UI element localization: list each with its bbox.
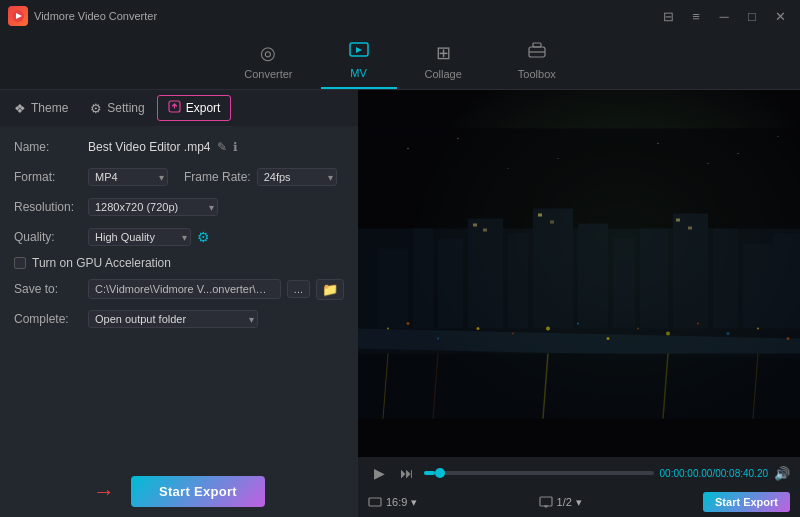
svg-rect-43 [358, 354, 800, 419]
svg-rect-13 [508, 234, 528, 329]
svg-rect-9 [378, 249, 408, 329]
screen-arrow: ▾ [576, 496, 582, 509]
tab-converter[interactable]: ◎ Converter [216, 32, 320, 89]
gpu-row: Turn on GPU Acceleration [14, 256, 344, 270]
messages-btn[interactable]: ⊟ [656, 6, 680, 26]
svg-rect-19 [713, 229, 738, 329]
tab-mv[interactable]: MV [321, 32, 397, 89]
frame-rate-select[interactable]: 24fps 25fps 30fps [257, 168, 337, 186]
svg-point-51 [558, 158, 559, 159]
collage-label: Collage [425, 68, 462, 80]
right-panel: ▶ ⏭ 00:00:00.00/00:08:40.20 🔊 16:9 ▾ [358, 90, 800, 517]
start-export-area: → Start Export [0, 462, 358, 517]
svg-rect-11 [438, 239, 463, 329]
content-area: ❖ Theme ⚙ Setting Export Nam [0, 90, 800, 517]
quality-select-wrap[interactable]: High Quality Medium Quality [88, 228, 191, 246]
theme-label: Theme [31, 101, 68, 115]
main-tabs: ◎ Converter MV ⊞ Collage Toolbox [0, 32, 800, 90]
svg-rect-12 [468, 219, 503, 329]
svg-rect-17 [640, 229, 668, 329]
time-display: 00:00:00.00/00:08:40.20 [660, 468, 768, 479]
format-row: Format: MP4 AVI MOV Frame Rate: 24fps 25… [14, 166, 344, 188]
video-controls2: 16:9 ▾ 1/2 ▾ Start Export [358, 489, 800, 517]
time-current: 00:00:00.00 [660, 468, 713, 479]
svg-point-31 [437, 338, 439, 340]
close-btn[interactable]: ✕ [768, 6, 792, 26]
time-total: 00:08:40.20 [715, 468, 768, 479]
quality-label: Quality: [14, 230, 82, 244]
theme-icon: ❖ [14, 101, 26, 116]
svg-rect-58 [540, 497, 552, 506]
svg-rect-15 [578, 224, 608, 329]
name-row: Name: Best Video Editor .mp4 ✎ ℹ [14, 136, 344, 158]
resolution-label: Resolution: [14, 200, 82, 214]
ratio-icon [368, 495, 382, 509]
svg-point-56 [707, 163, 708, 164]
svg-rect-22 [473, 224, 477, 227]
volume-icon[interactable]: 🔊 [774, 466, 790, 481]
collage-icon: ⊞ [436, 42, 451, 64]
svg-point-38 [666, 332, 670, 336]
minimize-btn[interactable]: ─ [712, 6, 736, 26]
svg-rect-25 [550, 221, 554, 224]
play-button[interactable]: ▶ [368, 462, 390, 484]
quality-select[interactable]: High Quality Medium Quality [88, 228, 191, 246]
gpu-label: Turn on GPU Acceleration [32, 256, 171, 270]
complete-select-wrap[interactable]: Open output folder Do nothing [88, 310, 258, 328]
complete-select[interactable]: Open output folder Do nothing [88, 310, 258, 328]
svg-point-30 [407, 322, 410, 325]
ratio-select[interactable]: 16:9 ▾ [368, 495, 417, 509]
screen-icon [539, 495, 553, 509]
svg-point-29 [387, 328, 389, 330]
quality-row: Quality: High Quality Medium Quality ⚙ [14, 226, 344, 248]
saveto-label: Save to: [14, 282, 82, 296]
step-forward-button[interactable]: ⏭ [396, 462, 418, 484]
resolution-select-wrap[interactable]: 1280x720 (720p) 1920x1080 (1080p) [88, 198, 218, 216]
subtab-theme[interactable]: ❖ Theme [4, 97, 78, 120]
resolution-select[interactable]: 1/2 ▾ [539, 495, 582, 509]
svg-point-39 [697, 323, 699, 325]
svg-line-28 [358, 339, 800, 349]
setting-label: Setting [107, 101, 144, 115]
svg-point-49 [407, 148, 408, 149]
saveto-folder-btn[interactable]: 📁 [316, 279, 344, 300]
gpu-checkbox[interactable] [14, 257, 26, 269]
arrow-icon: → [93, 479, 115, 505]
toolbox-label: Toolbox [518, 68, 556, 80]
saveto-dots-btn[interactable]: ... [287, 280, 310, 298]
video-background [358, 90, 800, 457]
svg-point-33 [512, 333, 514, 335]
export-icon [168, 100, 181, 116]
name-label: Name: [14, 140, 82, 154]
tab-collage[interactable]: ⊞ Collage [397, 32, 490, 89]
app-icon [8, 6, 28, 26]
format-select-wrap[interactable]: MP4 AVI MOV [88, 168, 168, 186]
screen-value: 1/2 [557, 496, 572, 508]
svg-point-55 [508, 168, 509, 169]
menu-btn[interactable]: ≡ [684, 6, 708, 26]
svg-point-50 [457, 138, 458, 139]
mv-icon [349, 40, 369, 63]
svg-rect-14 [533, 209, 573, 329]
format-label: Format: [14, 170, 82, 184]
svg-rect-57 [369, 498, 381, 506]
subtab-export[interactable]: Export [157, 95, 232, 121]
name-edit-icon[interactable]: ✎ [217, 140, 227, 154]
quality-settings-icon[interactable]: ⚙ [197, 229, 210, 245]
frame-rate-label: Frame Rate: [184, 170, 251, 184]
progress-bar[interactable] [424, 471, 654, 475]
tab-toolbox[interactable]: Toolbox [490, 32, 584, 89]
start-export-btn-small[interactable]: Start Export [703, 492, 790, 512]
subtab-setting[interactable]: ⚙ Setting [80, 97, 154, 120]
maximize-btn[interactable]: □ [740, 6, 764, 26]
frame-rate-select-wrap[interactable]: 24fps 25fps 30fps [257, 168, 337, 186]
resolution-select[interactable]: 1280x720 (720p) 1920x1080 (1080p) [88, 198, 218, 216]
name-info-icon[interactable]: ℹ [233, 140, 238, 154]
format-select[interactable]: MP4 AVI MOV [88, 168, 168, 186]
start-export-button[interactable]: Start Export [131, 476, 265, 507]
svg-rect-26 [676, 219, 680, 222]
converter-icon: ◎ [260, 42, 276, 64]
svg-point-37 [637, 328, 639, 330]
complete-label: Complete: [14, 312, 82, 326]
svg-point-41 [757, 328, 759, 330]
